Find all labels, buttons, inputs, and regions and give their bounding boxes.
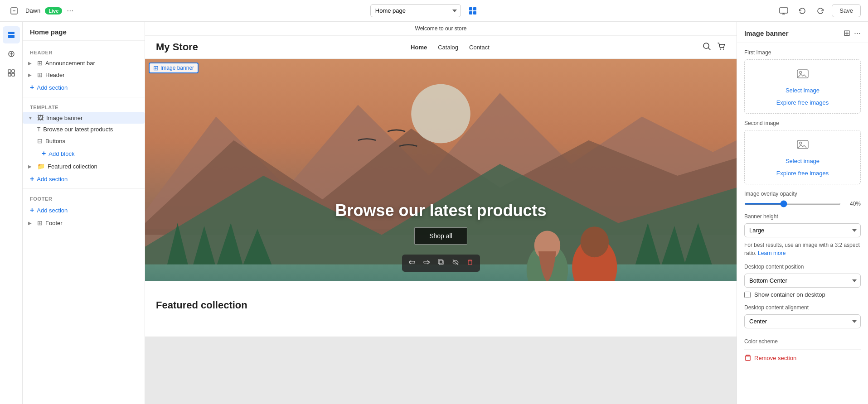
live-badge: Live bbox=[45, 7, 62, 14]
divider bbox=[23, 97, 145, 97]
left-panel-body: HEADER ▶ ⊞ Announcement bar ▶ ⊞ Header +… bbox=[23, 41, 145, 404]
buttons-label: Buttons bbox=[45, 138, 65, 144]
right-panel: Image banner ⊞ ··· First image Select im… bbox=[737, 22, 868, 404]
show-container-label[interactable]: Show container on desktop bbox=[754, 291, 825, 298]
right-panel-more-button[interactable]: ··· bbox=[854, 29, 861, 38]
select-image-2-button[interactable]: Select image bbox=[786, 158, 820, 164]
multi-select-button[interactable] bbox=[466, 4, 480, 18]
grid-icon-button[interactable] bbox=[3, 64, 20, 82]
store-nav: My Store Home Catalog Contact bbox=[145, 36, 737, 59]
canvas-frame: Welcome to our store My Store Home Catal… bbox=[145, 22, 737, 337]
overlay-opacity-value: 40% bbox=[844, 201, 861, 207]
explore-images-1-link[interactable]: Explore free images bbox=[776, 99, 829, 106]
nav-link-home[interactable]: Home bbox=[411, 44, 427, 51]
toggle-arrow: ▼ bbox=[28, 115, 34, 120]
image-banner-label: Image banner bbox=[46, 115, 82, 121]
toolbar-duplicate-button[interactable] bbox=[435, 257, 447, 269]
second-image-upload-box[interactable]: Select image Explore free images bbox=[744, 130, 861, 184]
stack-icon[interactable]: ⊞ bbox=[844, 28, 850, 38]
browse-text-label: Browse our latest products bbox=[43, 126, 113, 133]
shop-all-button[interactable]: Shop all bbox=[414, 227, 467, 245]
search-icon[interactable] bbox=[702, 42, 711, 53]
add-section-header-button[interactable]: + Add section bbox=[23, 81, 145, 94]
desktop-alignment-select[interactable]: Center Left Right bbox=[744, 314, 861, 328]
learn-more-link[interactable]: Learn more bbox=[758, 250, 786, 256]
icon-sidebar bbox=[0, 22, 23, 404]
desktop-position-select[interactable]: Bottom Center Top Left Top Center Top Ri… bbox=[744, 274, 861, 288]
svg-point-36 bbox=[580, 226, 609, 257]
show-container-checkbox[interactable] bbox=[744, 292, 751, 298]
toolbar-delete-button[interactable] bbox=[464, 257, 476, 269]
svg-rect-12 bbox=[8, 70, 11, 72]
svg-rect-2 bbox=[469, 7, 472, 10]
svg-point-47 bbox=[799, 142, 801, 144]
add-section-footer-button[interactable]: + Add section bbox=[23, 203, 145, 217]
store-nav-links: Home Catalog Contact bbox=[411, 44, 490, 51]
add-section-template-button[interactable]: + Add section bbox=[23, 172, 145, 186]
landscape-illustration bbox=[145, 59, 737, 281]
buttons-item[interactable]: ⊟ Buttons bbox=[23, 135, 145, 147]
store-logo: My Store bbox=[156, 41, 198, 53]
toolbar-hide-button[interactable] bbox=[449, 257, 462, 269]
announcement-bar-label: Announcement bar bbox=[45, 60, 95, 67]
toolbar-move-left-button[interactable] bbox=[406, 257, 418, 269]
footer-item[interactable]: ▶ ⊞ Footer bbox=[23, 217, 145, 229]
svg-point-16 bbox=[703, 43, 709, 48]
undo-button[interactable] bbox=[795, 4, 809, 18]
featured-collection-item[interactable]: ▶ 📁 Featured collection bbox=[23, 160, 145, 172]
toggle-arrow: ▶ bbox=[28, 221, 34, 226]
footer-group-label: FOOTER bbox=[23, 192, 145, 203]
redo-button[interactable] bbox=[814, 4, 827, 18]
nav-link-catalog[interactable]: Catalog bbox=[438, 44, 458, 51]
main-area: Home page HEADER ▶ ⊞ Announcement bar ▶ … bbox=[0, 22, 868, 404]
header-item[interactable]: ▶ ⊞ Header bbox=[23, 69, 145, 81]
canvas-area: Welcome to our store My Store Home Catal… bbox=[145, 22, 737, 404]
nav-link-contact[interactable]: Contact bbox=[469, 44, 490, 51]
header-label: Header bbox=[45, 72, 65, 78]
select-image-1-button[interactable]: Select image bbox=[786, 87, 820, 94]
first-image-label: First image bbox=[744, 49, 861, 56]
first-image-upload-box[interactable]: Select image Explore free images bbox=[744, 59, 861, 114]
color-scheme-label: Color scheme bbox=[744, 338, 861, 345]
remove-section-label: Remove section bbox=[754, 355, 796, 361]
canvas-scroll[interactable]: Welcome to our store My Store Home Catal… bbox=[145, 22, 737, 404]
topbar: Dawn Live ··· Home page Save bbox=[0, 0, 868, 22]
browse-text-item[interactable]: T Browse our latest products bbox=[23, 124, 145, 135]
page-selector[interactable]: Home page bbox=[370, 4, 461, 17]
desktop-alignment-label: Desktop content alignment bbox=[744, 304, 861, 311]
divider-2 bbox=[23, 188, 145, 189]
toolbar-move-right-button[interactable] bbox=[420, 257, 433, 269]
image-banner-section[interactable]: ⊞ Image banner bbox=[145, 59, 737, 281]
apps-icon-button[interactable] bbox=[3, 45, 20, 63]
toggle-arrow: ▶ bbox=[28, 164, 34, 169]
svg-rect-3 bbox=[473, 7, 476, 10]
upload-icon-2 bbox=[796, 138, 809, 153]
right-panel-body: First image Select image Explore free im… bbox=[737, 43, 868, 404]
upload-icon-1 bbox=[796, 67, 809, 82]
svg-rect-5 bbox=[473, 11, 476, 14]
overlay-opacity-slider[interactable] bbox=[744, 203, 841, 205]
cart-icon[interactable] bbox=[717, 42, 726, 53]
banner-height-select[interactable]: Large Medium Small bbox=[744, 223, 861, 237]
overlay-label: Image overlay opacity bbox=[744, 191, 861, 197]
toggle-arrow: ▶ bbox=[28, 72, 34, 77]
nav-back-button[interactable] bbox=[7, 4, 21, 18]
banner-title: Browse our latest products bbox=[335, 201, 546, 220]
store-topbar: Welcome to our store bbox=[145, 22, 737, 36]
svg-point-19 bbox=[723, 48, 724, 49]
svg-rect-14 bbox=[8, 73, 11, 76]
svg-rect-40 bbox=[439, 260, 443, 265]
topbar-more-button[interactable]: ··· bbox=[67, 6, 73, 15]
remove-section-button[interactable]: Remove section bbox=[744, 349, 861, 366]
save-button[interactable]: Save bbox=[832, 4, 861, 17]
show-container-row: Show container on desktop bbox=[744, 291, 861, 298]
svg-rect-9 bbox=[8, 32, 15, 34]
add-block-button[interactable]: + Add block bbox=[23, 147, 145, 160]
announcement-bar-item[interactable]: ▶ ⊞ Announcement bar bbox=[23, 57, 145, 69]
topbar-left: Dawn Live ··· bbox=[7, 4, 73, 18]
explore-images-2-link[interactable]: Explore free images bbox=[776, 170, 829, 177]
desktop-preview-button[interactable] bbox=[776, 5, 791, 17]
image-banner-item[interactable]: ▼ 🖼 Image banner bbox=[23, 112, 145, 124]
left-panel-title: Home page bbox=[30, 28, 67, 36]
sections-icon-button[interactable] bbox=[3, 26, 20, 43]
